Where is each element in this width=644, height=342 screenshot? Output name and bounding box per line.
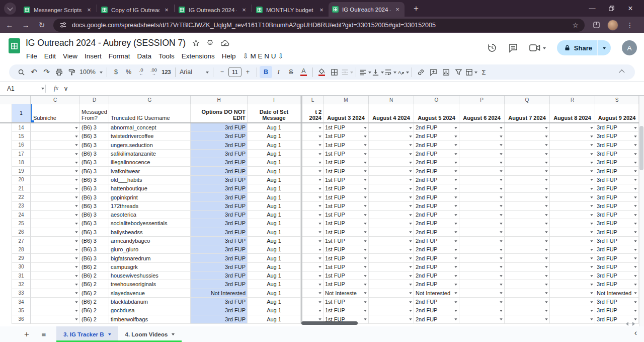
insert-comment-button[interactable] <box>427 66 440 78</box>
dropdown-caret-icon[interactable] <box>364 293 366 296</box>
dropdown-caret-icon[interactable] <box>634 188 636 191</box>
header-cell-D[interactable]: Messaged From? <box>80 104 109 122</box>
grid-cell[interactable]: Aug 1 <box>248 254 301 262</box>
grid-cell[interactable]: Aug 1 <box>248 298 301 306</box>
dropdown-caret-icon[interactable] <box>454 301 457 304</box>
menu-view[interactable]: View <box>59 51 81 61</box>
grid-cell[interactable]: (B6) 3 <box>80 245 109 254</box>
merge-cells-button[interactable] <box>341 66 353 78</box>
grid-cell[interactable] <box>369 150 414 158</box>
dropdown-caret-icon[interactable] <box>454 145 457 148</box>
grid-cell[interactable] <box>369 141 414 150</box>
grid-cell[interactable] <box>459 167 505 175</box>
grid-cell[interactable]: 3rd FUP <box>191 254 248 262</box>
row-header[interactable]: 21 <box>12 184 31 193</box>
dropdown-caret-icon[interactable] <box>545 257 547 260</box>
grid-cell[interactable] <box>31 158 80 167</box>
dropdown-caret-icon[interactable] <box>454 135 457 139</box>
dropdown-caret-icon[interactable] <box>75 293 77 296</box>
dropdown-caret-icon[interactable] <box>75 240 77 243</box>
strikethrough-button[interactable]: S <box>285 66 297 78</box>
row-header[interactable]: 18 <box>12 158 31 167</box>
dropdown-caret-icon[interactable] <box>545 127 547 130</box>
grid-cell[interactable] <box>505 211 550 219</box>
dropdown-caret-icon[interactable] <box>545 170 547 173</box>
grid-cell[interactable]: (B6) 3 <box>80 237 109 245</box>
sheet-tab[interactable]: 3. IG Tracker B <box>56 326 118 342</box>
grid-cell[interactable]: Not Interested <box>191 289 248 298</box>
grid-cell[interactable]: Not Intereste <box>324 289 369 298</box>
grid-cell[interactable]: 1st FUP <box>324 184 369 193</box>
dropdown-caret-icon[interactable] <box>318 240 321 243</box>
header-cell-L[interactable]: t 2 2024 <box>302 104 324 122</box>
dropdown-caret-icon[interactable] <box>590 170 593 173</box>
grid-cell[interactable] <box>459 202 505 211</box>
browser-tab[interactable]: IG Outreach 2024 - Aubrey (SES× <box>329 2 405 17</box>
dropdown-caret-icon[interactable] <box>364 153 366 156</box>
insert-link-button[interactable] <box>415 66 427 78</box>
grid-cell[interactable] <box>302 141 324 150</box>
grid-cell[interactable] <box>459 211 505 219</box>
grid-cell[interactable] <box>369 193 414 201</box>
grid-cell[interactable]: 3rd FUP <box>595 193 639 201</box>
grid-cell[interactable] <box>31 202 80 211</box>
grid-cell[interactable]: Aug 1 <box>248 263 301 271</box>
grid-cell[interactable] <box>550 306 595 315</box>
grid-cell[interactable] <box>459 263 505 271</box>
dropdown-caret-icon[interactable] <box>364 232 366 235</box>
bookmark-star-icon[interactable]: ☆ <box>572 21 579 29</box>
grid-cell[interactable]: treehouseoriginals <box>109 280 191 289</box>
dropdown-caret-icon[interactable] <box>590 127 593 130</box>
dropdown-caret-icon[interactable] <box>545 214 547 217</box>
grid-cell[interactable]: Not Interested <box>595 289 639 298</box>
dropdown-caret-icon[interactable] <box>634 310 636 313</box>
dropdown-caret-icon[interactable] <box>590 196 593 199</box>
print-button[interactable] <box>53 66 65 78</box>
dropdown-caret-icon[interactable] <box>75 249 77 252</box>
grid-cell[interactable]: Aug 1 <box>248 289 301 298</box>
dropdown-caret-icon[interactable] <box>545 153 547 156</box>
grid-cell[interactable] <box>31 176 80 184</box>
row-header[interactable]: 28 <box>12 245 31 254</box>
grid-cell[interactable] <box>302 184 324 193</box>
dropdown-caret-icon[interactable] <box>75 232 77 235</box>
grid-cell[interactable]: 3rd FUP <box>595 263 639 271</box>
grid-cell[interactable] <box>459 237 505 245</box>
grid-cell[interactable] <box>302 158 324 167</box>
grid-cell[interactable] <box>369 211 414 219</box>
all-sheets-button[interactable]: ≡ <box>37 330 50 338</box>
text-wrap-button[interactable] <box>384 66 396 78</box>
font-family-selector[interactable]: Arial <box>178 66 210 78</box>
row-header[interactable]: 19 <box>12 167 31 175</box>
grid-cell[interactable]: Aug 1 <box>248 306 301 315</box>
menu-data[interactable]: Data <box>134 51 155 61</box>
grid-cell[interactable] <box>550 254 595 262</box>
dropdown-caret-icon[interactable] <box>500 275 502 278</box>
grid-cell[interactable] <box>550 184 595 193</box>
dropdown-caret-icon[interactable] <box>409 153 412 156</box>
dropdown-caret-icon[interactable] <box>454 310 457 313</box>
formula-input[interactable]: v <box>64 85 67 92</box>
create-filter-button[interactable] <box>452 66 465 78</box>
grid-cell[interactable] <box>369 245 414 254</box>
row-header[interactable]: 15 <box>12 132 31 141</box>
grid-cell[interactable] <box>302 219 324 228</box>
dropdown-caret-icon[interactable] <box>500 293 502 296</box>
grid-cell[interactable]: 3rd FUP <box>595 132 639 141</box>
row-header[interactable]: 26 <box>12 228 31 237</box>
grid-cell[interactable] <box>31 219 80 228</box>
text-color-button[interactable]: A <box>297 66 310 78</box>
dropdown-caret-icon[interactable] <box>409 240 412 243</box>
dropdown-caret-icon[interactable] <box>634 196 636 199</box>
grid-cell[interactable] <box>31 141 80 150</box>
grid-cell[interactable]: 1st FUP <box>324 123 369 132</box>
dropdown-caret-icon[interactable] <box>545 145 547 148</box>
decrease-decimal-button[interactable]: .0← <box>135 66 147 78</box>
dropdown-caret-icon[interactable] <box>634 232 636 235</box>
grid-cell[interactable]: 3rd FUP <box>191 306 248 315</box>
dropdown-caret-icon[interactable] <box>409 179 412 182</box>
dropdown-caret-icon[interactable] <box>545 232 547 235</box>
grid-cell[interactable]: 3rd FUP <box>191 271 248 280</box>
grid-cell[interactable] <box>505 158 550 167</box>
grid-cell[interactable]: Aug 1 <box>248 211 301 219</box>
